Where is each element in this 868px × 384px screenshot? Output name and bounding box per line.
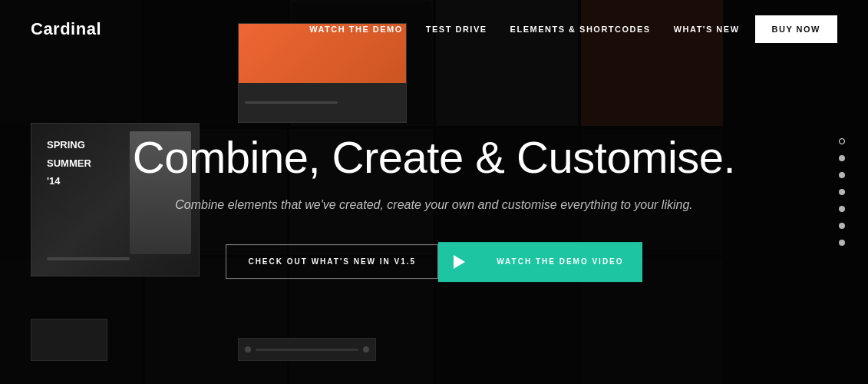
bottom-dot (245, 346, 251, 353)
watch-demo-button[interactable]: WATCH THE DEMO VIDEO (438, 242, 642, 282)
nav-watch-demo[interactable]: WATCH THE DEMO (309, 25, 403, 34)
dots-navigation (839, 138, 845, 246)
center-bar (245, 101, 338, 104)
dot-2[interactable] (839, 155, 845, 161)
dot-4[interactable] (839, 189, 845, 195)
center-top-bottom (239, 83, 406, 122)
summer-text: SUMMER (47, 157, 91, 170)
year-text: '14 (47, 175, 61, 187)
main-nav: Cardinal WATCH THE DEMO TEST DRIVE ELEME… (0, 0, 868, 58)
dot-7[interactable] (839, 240, 845, 246)
logo: Cardinal (31, 19, 101, 39)
hero-content: Combine, Create & Customise. Combine ele… (127, 133, 741, 282)
bottom-box-center (238, 338, 376, 361)
hero-buttons: CHECK OUT WHAT'S NEW IN V1.5 WATCH THE D… (127, 242, 741, 282)
play-icon (454, 255, 465, 269)
nav-links: WATCH THE DEMO TEST DRIVE ELEMENTS & SHO… (309, 25, 739, 34)
bottom-box-left (31, 319, 107, 361)
bottom-bar (256, 349, 358, 351)
buy-now-button[interactable]: BUY NOW (755, 15, 837, 43)
whats-new-button[interactable]: CHECK OUT WHAT'S NEW IN V1.5 (226, 244, 438, 279)
nav-whats-new[interactable]: WHAT'S NEW (674, 25, 740, 34)
nav-test-drive[interactable]: TEST DRIVE (426, 25, 487, 34)
hero-subtitle: Combine elements that we've created, cre… (127, 196, 741, 214)
demo-button-label: WATCH THE DEMO VIDEO (478, 242, 642, 282)
bottom-dot (363, 346, 369, 353)
dot-5[interactable] (839, 206, 845, 212)
panel-bar (47, 257, 130, 260)
nav-elements[interactable]: ELEMENTS & SHORTCODES (510, 25, 651, 34)
hero-title: Combine, Create & Customise. (127, 133, 741, 182)
dot-6[interactable] (839, 223, 845, 229)
bg-tile (726, 258, 868, 384)
bg-tile (726, 129, 868, 255)
dot-3[interactable] (839, 172, 845, 178)
play-icon-container[interactable] (438, 242, 478, 282)
spring-text: SPRING (47, 139, 85, 151)
dot-1[interactable] (839, 138, 845, 144)
